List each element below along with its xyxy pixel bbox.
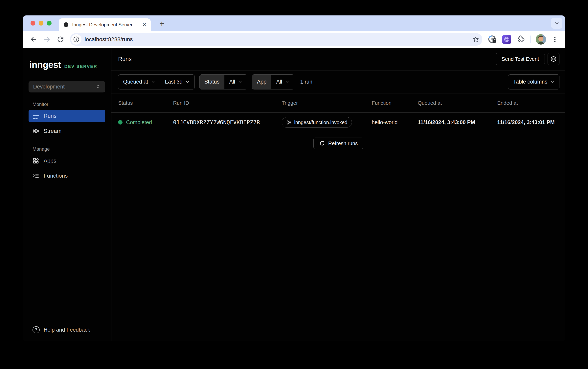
- logo-row: inngest DEV SERVER: [29, 59, 105, 70]
- status-filter-dropdown[interactable]: All: [224, 75, 247, 89]
- kebab-menu-icon: [551, 36, 559, 43]
- browser-toolbar: localhost:8288/runs: [23, 31, 565, 48]
- status-filter-label: Status: [200, 75, 224, 89]
- forward-arrow-icon: [43, 35, 51, 43]
- apps-grid-icon: [32, 157, 39, 164]
- refresh-runs-button[interactable]: Refresh runs: [314, 138, 364, 149]
- stream-broadcast-icon: [32, 128, 39, 134]
- browser-menu-button[interactable]: [551, 36, 559, 43]
- star-icon: [472, 36, 479, 43]
- app-filter-group: App All: [252, 74, 294, 90]
- chevron-up-down-icon: [95, 84, 101, 89]
- sidebar-item-label: Apps: [44, 158, 56, 164]
- app-filter-label: App: [252, 75, 271, 89]
- close-tab-icon[interactable]: ✕: [142, 22, 146, 27]
- browser-tab[interactable]: Inngest Development Server ✕: [59, 18, 151, 31]
- table-row[interactable]: Completed 01JCVBDXRZZY2W6NQFVKBEPZ7R inn…: [111, 113, 565, 132]
- purple-extension-icon[interactable]: [502, 35, 511, 44]
- environment-value: Development: [33, 84, 95, 90]
- reload-button[interactable]: [55, 34, 66, 45]
- site-info-button[interactable]: [71, 34, 82, 45]
- dev-server-badge: DEV SERVER: [64, 64, 97, 69]
- sidebar-item-label: Functions: [44, 173, 68, 179]
- back-arrow-icon: [30, 35, 37, 43]
- password-manager-extension-icon[interactable]: [487, 35, 497, 44]
- function-name: hello-world: [372, 119, 418, 126]
- event-waves-icon: [286, 120, 292, 125]
- queued-at-timestamp: 11/16/2024, 3:43:00 PM: [418, 119, 497, 126]
- tab-search-button[interactable]: [551, 18, 562, 29]
- refresh-runs-label: Refresh runs: [328, 140, 358, 147]
- help-icon: ?: [32, 326, 40, 333]
- chevron-down-icon: [185, 80, 190, 84]
- trigger-event-name: inngest/function.invoked: [294, 120, 347, 125]
- header-actions: Send Test Event: [496, 53, 559, 65]
- zoom-window-button[interactable]: [47, 21, 52, 26]
- column-header-queued-at: Queued at: [418, 100, 497, 106]
- new-tab-button[interactable]: +: [159, 19, 164, 29]
- help-label: Help and Feedback: [44, 327, 90, 333]
- minimize-window-button[interactable]: [39, 21, 43, 26]
- table-columns-label: Table columns: [513, 79, 547, 85]
- column-header-run-id: Run ID: [173, 100, 282, 106]
- app-filter-value: All: [276, 79, 282, 85]
- sidebar-section-manage: Manage: [29, 146, 105, 152]
- bookmark-star-button[interactable]: [472, 36, 479, 43]
- sidebar-item-stream[interactable]: Stream: [29, 125, 105, 137]
- filter-bar: Queued at Last 3d Status Al: [111, 70, 565, 93]
- trigger-event-badge[interactable]: inngest/function.invoked: [282, 117, 352, 128]
- run-id: 01JCVBDXRZZY2W6NQFVKBEPZ7R: [173, 119, 282, 126]
- chevron-down-icon: [285, 80, 289, 84]
- page-header: Runs Send Test Event: [111, 48, 565, 70]
- help-and-feedback[interactable]: ? Help and Feedback: [32, 326, 90, 333]
- sidebar: inngest DEV SERVER Development Monitor: [23, 48, 111, 341]
- sidebar-item-runs[interactable]: Runs: [29, 110, 105, 122]
- chevron-down-icon: [151, 80, 155, 84]
- run-status-cell: Completed: [118, 119, 173, 126]
- run-count: 1 run: [300, 79, 313, 85]
- refresh-area: Refresh runs: [111, 132, 565, 149]
- url-text[interactable]: localhost:8288/runs: [85, 36, 469, 43]
- back-button[interactable]: [28, 34, 39, 45]
- settings-button[interactable]: [547, 53, 559, 65]
- sidebar-section-monitor: Monitor: [29, 101, 105, 107]
- desktop: Inngest Development Server ✕ +: [0, 0, 588, 369]
- tab-title: Inngest Development Server: [72, 22, 139, 28]
- column-header-trigger: Trigger: [282, 100, 372, 106]
- refresh-icon: [319, 140, 325, 146]
- extension-area: [486, 34, 560, 45]
- inngest-favicon-icon: [63, 22, 69, 28]
- sidebar-item-label: Runs: [44, 113, 56, 119]
- time-filter-group: Queued at Last 3d: [118, 74, 195, 90]
- status-filter-group: Status All: [200, 74, 247, 90]
- window-controls: [31, 21, 52, 26]
- close-window-button[interactable]: [31, 21, 35, 26]
- url-bar[interactable]: localhost:8288/runs: [70, 33, 482, 46]
- inngest-app: inngest DEV SERVER Development Monitor: [23, 48, 565, 341]
- ended-at-timestamp: 11/16/2024, 3:43:01 PM: [497, 119, 559, 126]
- time-range-value: Last 3d: [165, 79, 183, 85]
- send-test-event-button[interactable]: Send Test Event: [496, 53, 545, 65]
- chevron-down-icon: [550, 80, 555, 84]
- column-header-ended-at: Ended at: [497, 100, 559, 106]
- time-range-dropdown[interactable]: Last 3d: [160, 75, 194, 89]
- sidebar-item-apps[interactable]: Apps: [29, 155, 105, 167]
- environment-selector[interactable]: Development: [29, 81, 105, 92]
- profile-avatar[interactable]: [536, 34, 546, 45]
- app-filter-dropdown[interactable]: All: [271, 75, 294, 89]
- table-columns-dropdown[interactable]: Table columns: [508, 75, 559, 89]
- settings-hexagon-icon: [550, 56, 557, 62]
- toolbar-divider: [530, 35, 531, 43]
- chevron-down-icon: [238, 80, 242, 84]
- page-title: Runs: [118, 56, 132, 62]
- forward-button[interactable]: [41, 34, 53, 45]
- inngest-logo: inngest: [29, 59, 61, 70]
- reload-icon: [57, 36, 64, 43]
- column-header-function: Function: [372, 100, 418, 106]
- sidebar-item-functions[interactable]: Functions: [29, 170, 105, 182]
- extensions-puzzle-icon[interactable]: [516, 35, 525, 44]
- run-status: Completed: [126, 119, 152, 126]
- chevron-down-icon: [554, 20, 559, 26]
- time-field-dropdown[interactable]: Queued at: [118, 75, 160, 89]
- status-completed-dot-icon: [118, 120, 123, 125]
